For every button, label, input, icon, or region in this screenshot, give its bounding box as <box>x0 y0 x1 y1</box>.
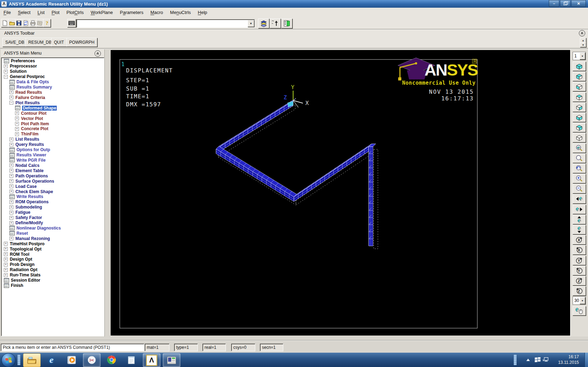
fit-view-button[interactable] <box>573 143 586 153</box>
rotate-minus-y-button[interactable]: Y <box>573 266 586 275</box>
dialog-icon[interactable] <box>9 153 15 157</box>
zoom-in-button[interactable] <box>573 174 586 183</box>
menu-help[interactable]: Help <box>194 9 211 16</box>
expand-icon[interactable]: + <box>4 263 8 267</box>
tree-item-write-results[interactable]: Write Results <box>1 194 104 199</box>
tree-item-failure-criteria[interactable]: +Failure Criteria <box>1 95 104 100</box>
taskbar-ansys[interactable]: Λ <box>143 353 160 367</box>
close-button[interactable]: ✕ <box>571 0 586 7</box>
dialog-icon[interactable] <box>9 148 15 152</box>
tree-item-manual-rezoning[interactable]: +Manual Rezoning <box>1 236 104 241</box>
rotate-rate-select[interactable]: 30▼ <box>573 296 586 305</box>
zoom-button[interactable] <box>573 154 586 163</box>
taskbar-viewer[interactable] <box>163 353 180 367</box>
tree-item-load-case[interactable]: +Load Case <box>1 184 104 189</box>
new-file-button[interactable] <box>1 19 9 27</box>
zoom-back-button[interactable] <box>573 164 586 173</box>
tree-item-nodal-calcs[interactable]: +Nodal Calcs <box>1 163 104 168</box>
dialog-icon[interactable] <box>9 85 15 90</box>
rotate-plus-x-button[interactable]: X <box>573 235 586 245</box>
command-history-dropdown[interactable]: ▼ <box>248 20 254 27</box>
collapse-icon[interactable]: − <box>4 75 8 79</box>
tree-item-submodeling[interactable]: +Submodeling <box>1 205 104 210</box>
tree-item-general-postproc[interactable]: −General Postproc <box>1 74 104 79</box>
expand-icon[interactable]: + <box>9 221 13 225</box>
panel-splitter[interactable] <box>104 49 111 337</box>
tree-item-design-opt[interactable]: +Design Opt <box>1 257 104 262</box>
expand-icon[interactable]: + <box>9 216 13 220</box>
tree-item-list-results[interactable]: +List Results <box>1 137 104 142</box>
expand-icon[interactable]: + <box>15 117 19 120</box>
toolbar-scroll-down[interactable]: ▼ <box>580 42 586 47</box>
powrgrph-button[interactable]: POWRGRPH <box>67 38 97 47</box>
pan-right-button[interactable] <box>573 205 586 214</box>
expand-icon[interactable]: + <box>15 132 19 136</box>
expand-icon[interactable]: + <box>4 247 8 251</box>
rotate-rate-select-arrow[interactable]: ▼ <box>580 297 585 304</box>
tree-item-results-summary[interactable]: Results Summary <box>1 85 104 90</box>
dynamic-mode-button[interactable] <box>573 306 586 316</box>
graphics-window[interactable]: 1DISPLACEMENTSTEP=1SUB =1TIME=1DMX =1597… <box>111 50 570 336</box>
tree-item-data-file-opts[interactable]: Data & File Opts <box>1 79 104 85</box>
pan-left-button[interactable] <box>573 194 586 204</box>
menu-macro[interactable]: Macro <box>147 9 166 16</box>
resum-db-button[interactable]: RESUM_DB <box>26 38 55 47</box>
show-desktop-button[interactable] <box>584 353 588 367</box>
raise-hidden-button[interactable] <box>258 19 269 28</box>
capture-image-button[interactable] <box>36 19 44 27</box>
tree-item-rom-operations[interactable]: +ROM Operations <box>1 199 104 205</box>
help-button[interactable]: ? <box>43 19 51 27</box>
tree-item-concrete-plot[interactable]: +Concrete Plot <box>1 126 104 132</box>
dialog-icon[interactable] <box>9 158 15 162</box>
taskbar-explorer[interactable] <box>23 353 41 367</box>
tree-item-plot-path-item[interactable]: +Plot Path Item <box>1 121 104 126</box>
rotate-minus-z-button[interactable]: Z <box>573 286 586 296</box>
tree-item-reset[interactable]: Reset <box>1 231 104 236</box>
expand-icon[interactable]: + <box>9 205 13 209</box>
tree-item-topological-opt[interactable]: +Topological Opt <box>1 246 104 252</box>
plot-canvas[interactable]: 1DISPLACEMENTSTEP=1SUB =1TIME=1DMX =1597… <box>111 50 570 336</box>
command-prompt-button[interactable] <box>67 19 76 27</box>
expand-icon[interactable]: + <box>4 64 8 68</box>
rotate-minus-x-button[interactable]: X <box>573 245 586 255</box>
pan-up-button[interactable] <box>573 215 586 224</box>
expand-icon[interactable]: + <box>9 179 13 183</box>
start-button[interactable] <box>1 353 16 367</box>
expand-icon[interactable]: + <box>15 127 19 131</box>
dialog-icon[interactable] <box>4 278 9 283</box>
tree-item-surface-operations[interactable]: +Surface Operations <box>1 178 104 184</box>
tree-item-rom-tool[interactable]: +ROM Tool <box>1 252 104 257</box>
tree-item-deformed-shape[interactable]: Deformed Shape <box>1 105 104 111</box>
tree-item-safety-factor[interactable]: +Safety Factor <box>1 215 104 220</box>
iso-view-button[interactable] <box>573 62 586 71</box>
window-select-arrow[interactable]: ▼ <box>580 52 585 59</box>
expand-icon[interactable]: + <box>9 237 13 240</box>
expand-icon[interactable]: + <box>9 137 13 141</box>
tree-item-plot-results[interactable]: −Plot Results <box>1 100 104 105</box>
tree-item-fatigue[interactable]: +Fatigue <box>1 210 104 215</box>
show-hidden-icons-button[interactable] <box>524 353 532 367</box>
menu-plotctrls[interactable]: PlotCtrls <box>63 9 87 16</box>
taskbar-clock[interactable]: 16:17 13.11.2015 <box>549 354 579 365</box>
tree-item-options-for-outp[interactable]: Options for Outp <box>1 147 104 153</box>
tree-item-run-time-stats[interactable]: +Run-Time Stats <box>1 273 104 278</box>
expand-icon[interactable]: + <box>9 174 13 178</box>
tree-item-element-table[interactable]: +Element Table <box>1 168 104 173</box>
tree-item-define-modify[interactable]: +Define/Modify <box>1 220 104 226</box>
top-view-button[interactable] <box>573 123 586 132</box>
taskbar-notes[interactable] <box>123 353 140 366</box>
expand-icon[interactable]: + <box>9 163 13 167</box>
menu-menuctrls[interactable]: MenuCtrls <box>167 9 194 16</box>
minimize-button[interactable]: – <box>549 0 559 7</box>
reset-picking-button[interactable] <box>270 19 281 28</box>
collapse-toolbar-icon[interactable] <box>579 30 585 36</box>
toolbar-scroll-up[interactable]: ▲ <box>580 38 586 43</box>
pan-down-button[interactable] <box>573 225 586 234</box>
tree-item-preferences[interactable]: Preferences <box>1 58 104 64</box>
print-button[interactable] <box>29 19 37 27</box>
tree-item-path-operations[interactable]: +Path Operations <box>1 173 104 178</box>
expand-icon[interactable]: + <box>4 70 8 73</box>
menu-select[interactable]: Select <box>14 9 34 16</box>
menu-workplane[interactable]: WorkPlane <box>87 9 116 16</box>
menu-parameters[interactable]: Parameters <box>116 9 147 16</box>
